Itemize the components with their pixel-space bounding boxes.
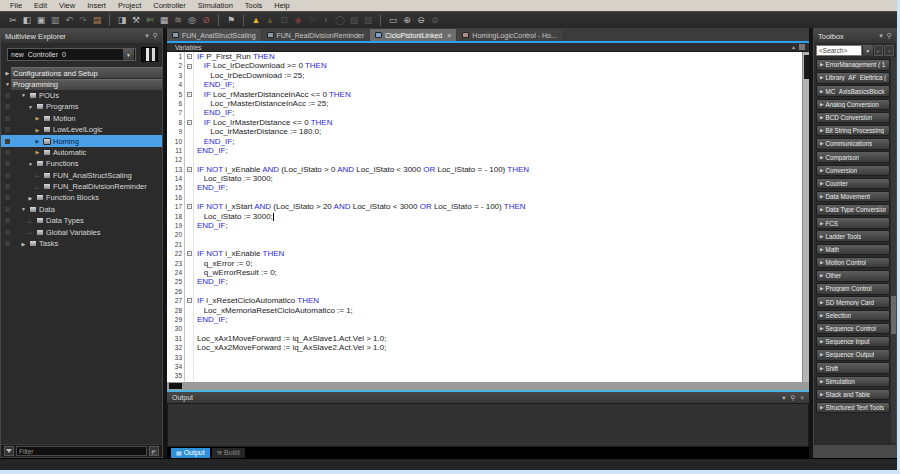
menu-simulation[interactable]: Simulation <box>192 0 239 11</box>
copy-icon[interactable]: ◧ <box>20 13 34 27</box>
tree-arrow-icon[interactable]: ∟ <box>27 229 34 235</box>
output-close-icon[interactable]: × <box>800 394 804 401</box>
search-icon[interactable]: ◎ <box>185 13 199 27</box>
toolbox-category-fcs[interactable]: ▶FCS <box>816 217 890 229</box>
tree-arrow-icon[interactable]: ∟ <box>34 172 41 178</box>
edit-mode-icon[interactable]: ⚑ <box>224 13 238 27</box>
toolbox-category-communications[interactable]: ▶Communications <box>816 138 890 150</box>
code-line[interactable]: 18 Loc_iStato := 3000; <box>167 212 809 221</box>
sidebar-item-automatic[interactable]: ▶Automatic <box>1 147 162 158</box>
tab-hominglogiccontrol-ho[interactable]: HomingLogicControl - Ho... <box>457 29 561 41</box>
tree-arrow-icon[interactable]: ▼ <box>27 161 34 167</box>
tree-arrow-icon[interactable]: ▶ <box>4 70 11 76</box>
menu-controller[interactable]: Controller <box>147 0 192 11</box>
fold-toggle-icon[interactable]: − <box>187 120 192 125</box>
code-line[interactable]: 33 <box>167 353 809 362</box>
fold-toggle-icon[interactable]: − <box>187 167 192 172</box>
search-clear-button[interactable]: × <box>884 45 894 56</box>
toolbox-category-sd-memory-card[interactable]: ▶SD Memory Card <box>816 296 890 308</box>
paste-icon[interactable]: ▣ <box>34 13 48 27</box>
toolbox-scroll-thumb[interactable] <box>891 296 896 334</box>
step-out-dim-icon[interactable]: ▨ <box>361 13 375 27</box>
redo-icon[interactable]: ↷ <box>76 13 90 27</box>
toolbox-category-conversion[interactable]: ▶Conversion <box>816 165 890 177</box>
code-line[interactable]: 30 <box>167 324 809 333</box>
sidebar-item-data-types[interactable]: ∟Data Types <box>1 215 162 226</box>
output-menu-icon[interactable]: ▾ <box>782 394 785 402</box>
toolbox-category-errormanagement-1-01-00[interactable]: ▶ErrorManagement ( 1.01.00, ... <box>816 59 890 71</box>
fold-toggle-icon[interactable]: − <box>187 92 192 97</box>
code-line[interactable]: 25END_IF; <box>167 277 809 286</box>
code-line[interactable]: 11END_IF; <box>167 146 809 155</box>
sidebar-item-fun-analstructscaling[interactable]: ∟FUN_AnalStructScaling <box>1 170 162 181</box>
toolbox-category-math[interactable]: ▶Math <box>816 244 890 256</box>
toolbox-category-selection[interactable]: ▶Selection <box>816 310 890 322</box>
code-line[interactable]: 5− IF Loc_rMasterDistanceInAcc <= 0 THEN <box>167 90 809 99</box>
pin-icon[interactable]: ⚲ <box>153 32 158 40</box>
undo-icon[interactable]: ↶ <box>62 13 76 27</box>
tree-arrow-icon[interactable]: ∟ <box>27 218 34 224</box>
warning-dim-icon[interactable]: ▲ <box>263 13 277 27</box>
sidebar-item-fun-realdivisionreminder[interactable]: ∟FUN_RealDivisionReminder <box>1 181 162 192</box>
filter-input[interactable] <box>16 446 147 456</box>
search-dropdown-icon[interactable]: ▼ <box>863 45 873 56</box>
toolbox-scrollbar[interactable] <box>891 57 896 443</box>
sidebar-item-motion[interactable]: ▶Motion <box>1 113 162 124</box>
code-line[interactable]: 8− IF Loc_lrMasterDistance <= 0 THEN <box>167 118 809 127</box>
cut-icon[interactable]: ✂ <box>6 13 20 27</box>
toolbox-category-data-type-conversion[interactable]: ▶Data Type Conversion <box>816 204 890 216</box>
pause-dim-icon[interactable]: ◯ <box>333 13 347 27</box>
breakpoint-dim-icon[interactable]: ◆ <box>291 13 305 27</box>
code-line[interactable]: 12 <box>167 155 809 164</box>
zoom-fit-dim-icon[interactable]: ⊘ <box>428 13 442 27</box>
code-line[interactable]: 21 <box>167 240 809 249</box>
code-line[interactable]: 26 <box>167 287 809 296</box>
menu-tools[interactable]: Tools <box>239 0 269 11</box>
code-line[interactable]: 2− IF Loc_lrDecDownload >= 0 THEN <box>167 61 809 70</box>
sidebar-item-programming[interactable]: ▼Programming <box>1 78 162 89</box>
check-program-icon[interactable]: ✄ <box>143 13 157 27</box>
zoom-out-icon[interactable]: ⊖ <box>414 13 428 27</box>
zoom-in-icon[interactable]: ⊕ <box>400 13 414 27</box>
sidebar-item-function-blocks[interactable]: ▶Function Blocks <box>1 192 162 203</box>
toolbox-category-stack-and-table[interactable]: ▶Stack and Table <box>816 389 890 401</box>
editor-horizontal-scrollbar[interactable] <box>167 382 809 390</box>
flag-dim-icon[interactable]: ⚐ <box>305 13 319 27</box>
tree-arrow-icon[interactable]: ▶ <box>27 195 34 201</box>
toolbox-search-input[interactable] <box>816 45 862 56</box>
toolbox-menu-icon[interactable]: ▾ <box>879 32 883 40</box>
code-line[interactable]: 13−IF NOT i_xEnable AND (Loc_iStato > 0 … <box>167 165 809 174</box>
code-line[interactable]: 22−IF NOT i_xEnable THEN <box>167 249 809 258</box>
build-warning-icon[interactable]: ▲ <box>249 13 263 27</box>
sidebar-item-lowlevellogic[interactable]: ▶LowLevelLogic <box>1 124 162 135</box>
code-line[interactable]: 35 <box>167 371 809 380</box>
sidebar-item-tasks[interactable]: ▶Tasks <box>1 238 162 249</box>
sidebar-item-programs[interactable]: ▼Programs <box>1 101 162 112</box>
menu-help[interactable]: Help <box>268 0 295 11</box>
code-line[interactable]: 3 Loc_lrDecDownload := 25; <box>167 71 809 80</box>
toolbox-category-simulation[interactable]: ▶Simulation <box>816 376 890 388</box>
code-line[interactable]: 9 Loc_lrMasterDistance := 180.0; <box>167 127 809 136</box>
rebuild-icon[interactable]: ⚒ <box>129 13 143 27</box>
build-icon[interactable]: ◨ <box>115 13 129 27</box>
code-line[interactable]: 7 END_IF; <box>167 108 809 117</box>
sidebar-item-configurations-and-setup[interactable]: ▶Configurations and Setup <box>1 67 162 78</box>
lock-dim-icon[interactable]: ⊡ <box>277 13 291 27</box>
tab-close-icon[interactable]: × <box>447 32 451 39</box>
sidebar-item-data[interactable]: ▼Data <box>1 204 162 215</box>
sidebar-item-functions[interactable]: ▼Functions <box>1 158 162 169</box>
code-line[interactable]: 31Loc_xAx1MoveForward := iq_AxSlave1.Act… <box>167 334 809 343</box>
toolbox-category-program-control[interactable]: ▶Program Control <box>816 283 890 295</box>
code-line[interactable]: 28 Loc_xMemoriaResetCicloAutomatico := 1… <box>167 306 809 315</box>
toolbox-category-sequence-output[interactable]: ▶Sequence Output <box>816 349 890 361</box>
output-pin-icon[interactable]: ⚲ <box>790 394 795 402</box>
tree-arrow-icon[interactable]: ▶ <box>34 149 41 155</box>
panel-menu-icon[interactable]: ▾ <box>145 32 149 40</box>
fold-toggle-icon[interactable]: − <box>187 298 192 303</box>
search-go-button[interactable]: ▸ <box>874 45 884 56</box>
code-line[interactable]: 10 END_IF; <box>167 137 809 146</box>
splitter-handle-icon[interactable] <box>799 44 805 50</box>
tree-arrow-icon[interactable]: ▼ <box>20 206 27 212</box>
editor-vertical-scroll-thumb[interactable] <box>804 55 809 79</box>
code-line[interactable]: 23 q_xError := 0; <box>167 259 809 268</box>
